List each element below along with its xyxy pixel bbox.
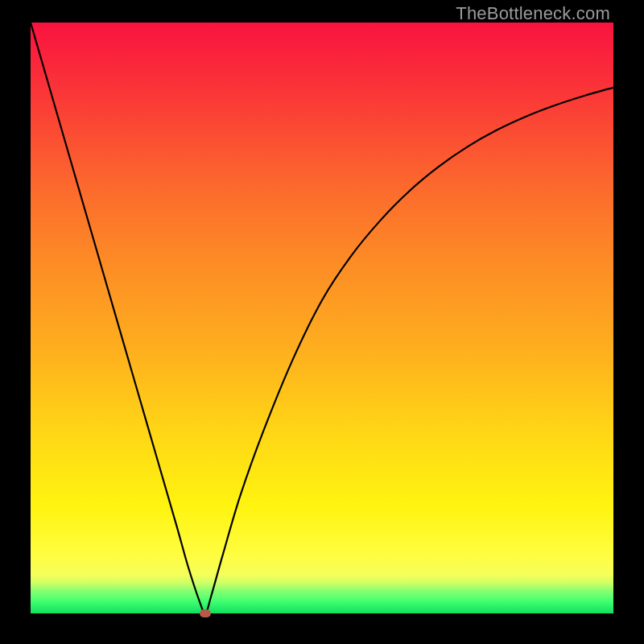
- minimum-marker: [200, 609, 211, 617]
- curve-layer: [31, 23, 613, 613]
- watermark-text: TheBottleneck.com: [456, 3, 610, 24]
- bottleneck-curve: [31, 23, 613, 613]
- plot-area: [31, 23, 613, 613]
- chart-frame: TheBottleneck.com: [0, 0, 644, 644]
